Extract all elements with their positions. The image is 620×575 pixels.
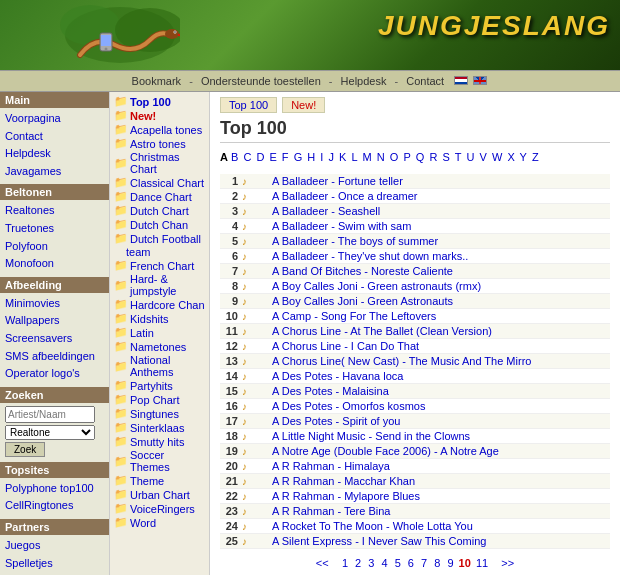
alpha-x[interactable]: X [507, 151, 514, 163]
chart-title[interactable]: A Notre Age (Double Face 2006) - A Notre… [270, 443, 610, 458]
chart-title[interactable]: A Chorus Line( New Cast) - The Music And… [270, 353, 610, 368]
top100-link[interactable]: Top 100 [220, 97, 277, 113]
sidebar-item-polyphone-top100[interactable]: Polyphone top100 [5, 480, 104, 498]
alpha-z[interactable]: Z [532, 151, 539, 163]
alpha-t[interactable]: T [455, 151, 462, 163]
chart-nav-nametones[interactable]: Nametones [130, 341, 186, 353]
chart-title[interactable]: A Band Of Bitches - Noreste Caliente [270, 263, 610, 278]
sidebar-item-cellringtones[interactable]: CellRingtones [5, 497, 104, 515]
chart-title[interactable]: A Balladeer - Once a dreamer [270, 188, 610, 203]
chart-title[interactable]: A R Rahman - Mylapore Blues [270, 488, 610, 503]
alpha-m[interactable]: M [363, 151, 372, 163]
alpha-q[interactable]: Q [416, 151, 425, 163]
chart-nav-latin[interactable]: Latin [130, 327, 154, 339]
chart-nav-classical[interactable]: Classical Chart [130, 177, 204, 189]
alpha-g[interactable]: G [294, 151, 303, 163]
alpha-i[interactable]: I [320, 151, 323, 163]
sidebar-item-truetones[interactable]: Truetones [5, 220, 104, 238]
chart-title[interactable]: A Little Night Music - Send in the Clown… [270, 428, 610, 443]
page-4[interactable]: 4 [381, 557, 387, 569]
chart-title[interactable]: A Boy Calles Joni - Green astronauts (rm… [270, 278, 610, 293]
sidebar-item-spelletjes[interactable]: Spelletjes [5, 555, 104, 573]
new-link[interactable]: New! [282, 97, 325, 113]
alpha-p[interactable]: P [403, 151, 410, 163]
chart-title[interactable]: A Chorus Line - At The Ballet (Clean Ver… [270, 323, 610, 338]
nav-bookmark[interactable]: Bookmark [132, 75, 182, 87]
alpha-k[interactable]: K [339, 151, 346, 163]
nav-devices[interactable]: Ondersteunde toestellen [201, 75, 321, 87]
sidebar-item-javagames[interactable]: Javagames [5, 163, 104, 181]
sidebar-item-realtones[interactable]: Realtones [5, 202, 104, 220]
chart-nav-kidshits[interactable]: Kidshits [130, 313, 169, 325]
page-9[interactable]: 9 [447, 557, 453, 569]
chart-nav-acapella[interactable]: Acapella tones [130, 124, 202, 136]
chart-nav-dutch-football[interactable]: Dutch Football [130, 233, 201, 245]
sidebar-item-screensavers[interactable]: Screensavers [5, 330, 104, 348]
alpha-h[interactable]: H [307, 151, 315, 163]
sidebar-item-helpdesk[interactable]: Helpdesk [5, 145, 104, 163]
chart-title[interactable]: A R Rahman - Macchar Khan [270, 473, 610, 488]
chart-nav-theme[interactable]: Theme [130, 475, 164, 487]
alpha-f[interactable]: F [282, 151, 289, 163]
chart-title[interactable]: A Chorus Line - I Can Do That [270, 338, 610, 353]
alpha-d[interactable]: D [256, 151, 264, 163]
chart-nav-team[interactable]: team [126, 246, 150, 258]
chart-nav-astro[interactable]: Astro tones [130, 138, 186, 150]
page-11[interactable]: 11 [476, 557, 488, 569]
chart-nav-french[interactable]: French Chart [130, 260, 194, 272]
page-prev[interactable]: << [316, 557, 329, 569]
alpha-b[interactable]: B [231, 151, 238, 163]
chart-title[interactable]: A Boy Calles Joni - Green Astronauts [270, 293, 610, 308]
chart-title[interactable]: A R Rahman - Himalaya [270, 458, 610, 473]
chart-title[interactable]: A Des Potes - Spirit of you [270, 413, 610, 428]
chart-nav-pop[interactable]: Pop Chart [130, 394, 180, 406]
search-button[interactable] [5, 442, 45, 457]
page-2[interactable]: 2 [355, 557, 361, 569]
chart-title[interactable]: A Balladeer - Swim with sam [270, 218, 610, 233]
alpha-r[interactable]: R [429, 151, 437, 163]
chart-nav-voiceringers[interactable]: VoiceRingers [130, 503, 195, 515]
uk-flag-icon[interactable] [473, 76, 487, 85]
alpha-y[interactable]: Y [520, 151, 527, 163]
sidebar-item-polyfoon[interactable]: Polyfoon [5, 238, 104, 256]
chart-nav-partyhits[interactable]: Partyhits [130, 380, 173, 392]
search-input[interactable] [5, 406, 95, 423]
sidebar-item-wallpapers[interactable]: Wallpapers [5, 312, 104, 330]
sidebar-item-monofoon[interactable]: Monofoon [5, 255, 104, 273]
sidebar-item-voorpagina[interactable]: Voorpagina [5, 110, 104, 128]
nl-flag-icon[interactable] [454, 76, 468, 85]
sidebar-item-minimovies[interactable]: Minimovies [5, 295, 104, 313]
search-type-select[interactable]: Realtone [5, 425, 95, 440]
chart-nav-sinterklaas[interactable]: Sinterklaas [130, 422, 184, 434]
chart-title[interactable]: A Camp - Song For The Leftovers [270, 308, 610, 323]
chart-nav-hardcore[interactable]: Hardcore Chan [130, 299, 205, 311]
chart-nav-hardstyle[interactable]: Hard- & jumpstyle [130, 273, 205, 297]
chart-nav-smutty[interactable]: Smutty hits [130, 436, 184, 448]
chart-title[interactable]: A Rocket To The Moon - Whole Lotta You [270, 518, 610, 533]
chart-title[interactable]: A Balladeer - They've shut down marks.. [270, 248, 610, 263]
alpha-n[interactable]: N [377, 151, 385, 163]
nav-contact[interactable]: Contact [406, 75, 444, 87]
alpha-u[interactable]: U [467, 151, 475, 163]
chart-nav-dance[interactable]: Dance Chart [130, 191, 192, 203]
alpha-j[interactable]: J [328, 151, 334, 163]
sidebar-item-contact[interactable]: Contact [5, 128, 104, 146]
alpha-o[interactable]: O [390, 151, 399, 163]
sidebar-item-sms-images[interactable]: SMS afbeeldingen [5, 348, 104, 366]
page-next[interactable]: >> [501, 557, 514, 569]
chart-nav-soccer[interactable]: Soccer Themes [130, 449, 205, 473]
page-8[interactable]: 8 [434, 557, 440, 569]
sidebar-item-operator-logos[interactable]: Operator logo's [5, 365, 104, 383]
chart-nav-dutch-chart[interactable]: Dutch Chart [130, 205, 189, 217]
alpha-e[interactable]: E [269, 151, 276, 163]
page-7[interactable]: 7 [421, 557, 427, 569]
page-5[interactable]: 5 [395, 557, 401, 569]
chart-title[interactable]: A Balladeer - The boys of summer [270, 233, 610, 248]
alpha-l[interactable]: L [351, 151, 357, 163]
page-1[interactable]: 1 [342, 557, 348, 569]
chart-nav-christmas[interactable]: Christmas Chart [130, 151, 205, 175]
alpha-c[interactable]: C [243, 151, 251, 163]
chart-title[interactable]: A Silent Express - I Never Saw This Comi… [270, 533, 610, 548]
chart-nav-new[interactable]: New! [130, 110, 156, 122]
chart-nav-urban[interactable]: Urban Chart [130, 489, 190, 501]
